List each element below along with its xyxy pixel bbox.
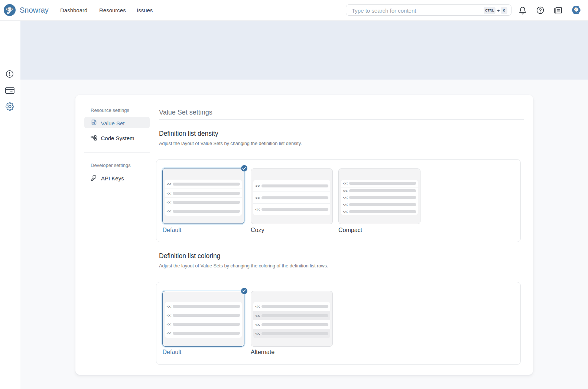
- svg-text:vs: vs: [92, 122, 95, 124]
